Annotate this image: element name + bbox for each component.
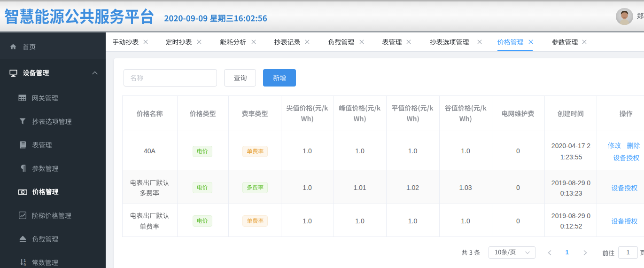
svg-text:9: 9	[23, 262, 26, 267]
